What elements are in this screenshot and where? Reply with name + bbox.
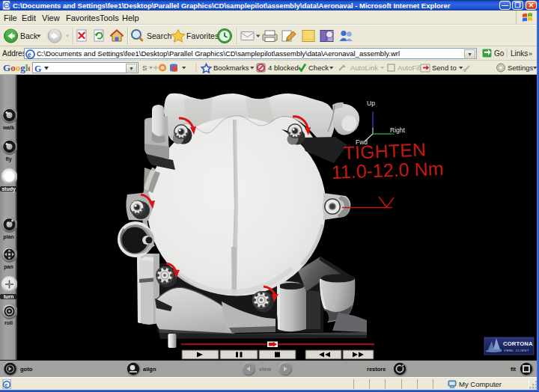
svg-text:Google: Google (3, 62, 30, 73)
svg-text:e: e (28, 50, 31, 58)
svg-text:»: » (529, 50, 532, 58)
svg-text:4 blocked: 4 blocked (268, 64, 299, 72)
svg-text:Search: Search (147, 31, 171, 40)
svg-text:Favorites: Favorites (186, 31, 219, 40)
svg-text:Check: Check (308, 64, 329, 72)
svg-text:Up: Up (367, 99, 375, 107)
svg-text:S: S (142, 64, 147, 72)
svg-text:G: G (34, 64, 41, 73)
svg-text:11.0-12.0 Nm: 11.0-12.0 Nm (331, 158, 443, 183)
svg-text:Settings: Settings (508, 64, 534, 72)
svg-text:VRML CLIENT: VRML CLIENT (504, 349, 529, 352)
svg-text:AutoFill: AutoFill (398, 64, 421, 72)
svg-text:Right: Right (390, 126, 405, 134)
svg-text:CORTONA: CORTONA (503, 340, 533, 347)
svg-text:Send to: Send to (432, 64, 457, 72)
svg-text:Links: Links (511, 49, 528, 58)
svg-text:AutoLink: AutoLink (350, 64, 378, 72)
svg-text:Bookmarks: Bookmarks (213, 64, 249, 72)
svg-text:Go: Go (494, 49, 505, 58)
svg-text:Back: Back (20, 31, 38, 40)
svg-text:e: e (4, 382, 7, 388)
